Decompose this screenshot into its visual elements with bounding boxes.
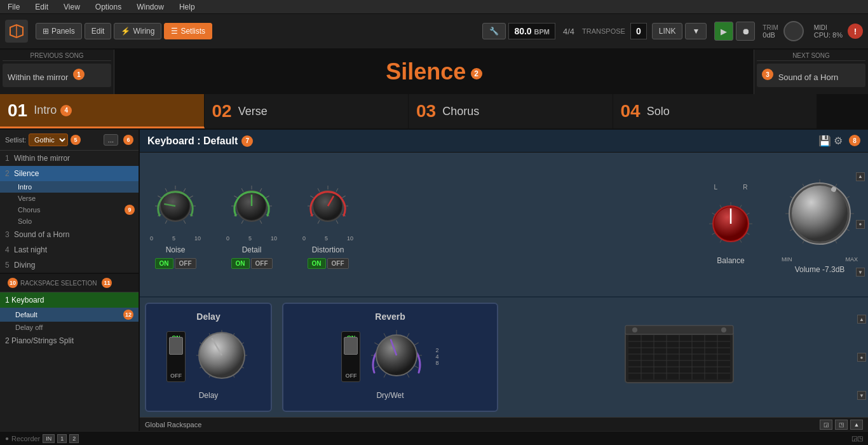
sidebar-song-3[interactable]: 3 Sound of a Horn (0, 227, 139, 242)
rackspace-piano-strings[interactable]: 2 Piano/Strings Split (0, 333, 139, 348)
part-03[interactable]: 03 Chorus (409, 94, 613, 128)
next-song-button[interactable]: 3 Sound of a Horn (757, 64, 865, 87)
menu-file[interactable]: File (0, 3, 27, 11)
sidebar-part-verse[interactable]: Verse (0, 193, 139, 204)
part-02[interactable]: 02 Verse (205, 94, 409, 128)
recorder-label: Recorder (11, 435, 40, 442)
sidebar-part-solo[interactable]: Solo (0, 216, 139, 227)
bottom-scroll-down[interactable]: ▼ (857, 391, 866, 400)
detail-on-button[interactable]: ON (231, 258, 250, 269)
play-button[interactable]: ▶ (714, 22, 733, 41)
recorder-in-button[interactable]: IN (43, 434, 55, 443)
scroll-up-button[interactable]: ▲ (856, 172, 865, 181)
svg-line-93 (407, 373, 409, 378)
distortion-knob[interactable] (302, 181, 353, 231)
setlist-dropdown[interactable]: Gothic (29, 134, 68, 146)
sidebar-part-chorus[interactable]: Chorus 9 (0, 204, 139, 216)
menu-window[interactable]: Window (129, 3, 172, 11)
setlist-header: Setlist: Gothic 5 ... 6 (0, 130, 139, 151)
bottom-btn-2[interactable]: ◳ (835, 420, 848, 430)
menu-view[interactable]: View (56, 3, 88, 11)
noise-knob[interactable] (150, 181, 201, 231)
setlist-badge: 5 (71, 135, 81, 145)
wiring-icon: ⚡ (121, 27, 130, 36)
noise-on-button[interactable]: ON (155, 258, 173, 269)
reverb-toggle[interactable]: ON OFF (341, 331, 360, 382)
sidebar-song-5[interactable]: 5 Diving (0, 257, 139, 273)
wiring-button[interactable]: ⚡ Wiring (114, 23, 161, 39)
sidebar-song-2[interactable]: 2 Silence (0, 166, 139, 181)
part-01[interactable]: 01 Intro 4 (0, 94, 205, 128)
reverb-knob-label: Dry/Wet (376, 391, 403, 400)
part-01-badge: 4 (60, 105, 72, 116)
prev-song-badge: 1 (73, 69, 85, 80)
svg-line-24 (260, 220, 262, 223)
reverb-knob[interactable] (368, 327, 425, 386)
main-area: Setlist: Gothic 5 ... 6 1 Within the mir… (0, 130, 868, 431)
reverb-content: ON OFF (341, 327, 438, 386)
current-song-title: Silence 2 (386, 58, 482, 85)
menu-help[interactable]: Help (172, 3, 203, 11)
setlist-more-button[interactable]: ... (104, 134, 118, 146)
bottom-scroll-up[interactable]: ▲ (857, 315, 866, 324)
balance-label: Balance (717, 256, 744, 265)
scroll-down-button[interactable]: ▼ (856, 268, 865, 277)
time-sig: 4/4 (563, 27, 574, 36)
rackspace-default[interactable]: Default 12 (0, 308, 139, 322)
panel-settings-button[interactable]: ⚙ (834, 135, 843, 147)
rackspace-delay-off[interactable]: Delay off (0, 322, 139, 333)
noise-off-button[interactable]: OFF (175, 258, 196, 269)
detail-off-button[interactable]: OFF (251, 258, 273, 269)
panel-save-button[interactable]: 💾 (818, 135, 831, 147)
detail-knob[interactable] (226, 181, 277, 231)
svg-line-7 (190, 196, 193, 198)
recorder-btn2[interactable]: 2 (69, 434, 79, 443)
delay-toggle[interactable]: ON OFF (166, 331, 186, 382)
sidebar-song-1[interactable]: 1 Within the mirror (0, 151, 139, 166)
menu-edit[interactable]: Edit (27, 3, 56, 11)
distortion-knob-group: 0 5 10 Distortion ON OFF (302, 181, 353, 269)
svg-line-14 (241, 220, 243, 223)
badge-10: 10 (8, 278, 18, 288)
menu-options[interactable]: Options (88, 3, 129, 11)
bpm-display: 80.0 BPM (508, 23, 555, 39)
rackspace-keyboard[interactable]: 1 Keyboard (0, 292, 139, 308)
distortion-off-button[interactable]: OFF (327, 258, 349, 269)
svg-line-0 (165, 220, 167, 223)
volume-knob[interactable] (783, 21, 804, 41)
setlists-button[interactable]: ☰ Setlists (164, 23, 212, 39)
delay-title: Delay (196, 312, 220, 322)
panels-button[interactable]: ⊞ Panels (36, 23, 82, 39)
bottom-scroll-mid[interactable]: ● (857, 353, 866, 362)
distortion-on-button[interactable]: ON (308, 258, 326, 269)
sidebar-part-intro[interactable]: Intro (0, 181, 139, 193)
recorder-btn1[interactable]: 1 (57, 434, 67, 443)
prev-song-button[interactable]: Within the mirror 1 (3, 64, 111, 87)
dropdown-button[interactable]: ▼ (685, 23, 707, 39)
volume-knob-main[interactable] (782, 175, 858, 254)
svg-line-35 (342, 196, 346, 198)
song-list: 1 Within the mirror 2 Silence Intro Vers… (0, 151, 139, 273)
prev-song-label: PREVIOUS SONG (3, 52, 111, 61)
badge-12: 12 (123, 310, 133, 320)
delay-knob[interactable] (193, 327, 250, 386)
bottom-btn-1[interactable]: ◲ (820, 420, 832, 430)
next-song-label: NEXT SONG (757, 52, 865, 61)
setlists-icon: ☰ (171, 27, 178, 36)
sidebar-song-4[interactable]: 4 Last night (0, 242, 139, 257)
bottom-btn-3[interactable]: ▲ (850, 420, 863, 430)
content-area: Keyboard : Default 7 💾 ⚙ 8 (140, 130, 868, 431)
tune-button[interactable]: 🔧 (482, 23, 506, 39)
part-04[interactable]: 04 Solo (613, 94, 818, 128)
panels-icon: ⊞ (43, 27, 49, 36)
volume-label: Volume -7.3dB (795, 265, 845, 274)
part-05[interactable] (817, 94, 868, 128)
edit-button[interactable]: Edit (85, 23, 112, 39)
panel-actions: 💾 ⚙ 8 (818, 135, 860, 147)
link-button[interactable]: LINK (652, 23, 683, 39)
balance-knob[interactable] (705, 198, 756, 251)
scroll-mid-button[interactable]: ● (856, 220, 865, 229)
svg-line-38 (336, 220, 338, 223)
alert-button[interactable]: ! (848, 24, 863, 39)
record-button[interactable]: ⏺ (736, 22, 755, 41)
